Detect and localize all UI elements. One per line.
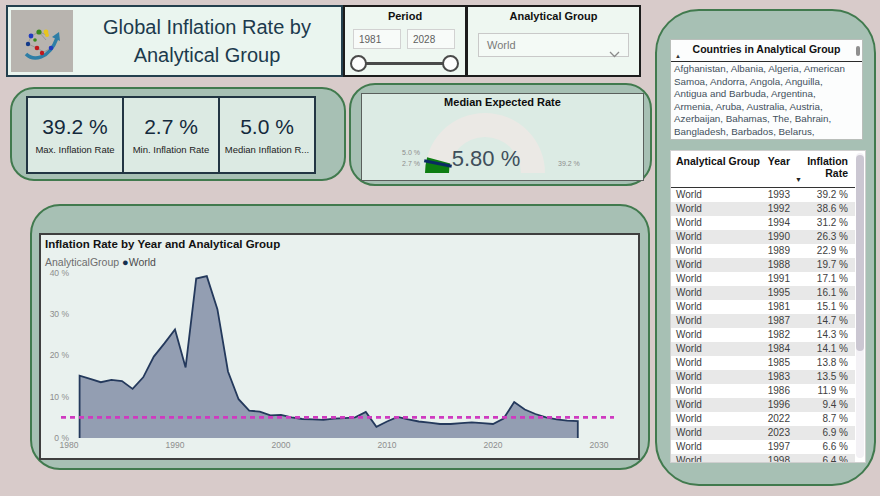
countries-header-rule [671,61,862,62]
table-row[interactable]: World20228.7 % [671,412,855,426]
cell-year: 1982 [747,329,790,340]
cell-rate: 16.1 % [790,287,848,298]
cell-group: World [676,189,702,200]
cell-year: 1990 [747,231,790,242]
cell-rate: 14.7 % [790,315,848,326]
cell-group: World [676,357,702,368]
table-row[interactable]: World198819.7 % [671,258,855,272]
sort-desc-icon[interactable]: ▼ [795,176,802,183]
cell-year: 1981 [747,301,790,312]
gauge-container: Median Expected Rate 5.0 % 2.7 % 39.2 % … [349,83,652,186]
svg-text:2000: 2000 [272,440,291,450]
cell-year: 1989 [747,245,790,256]
cell-rate: 9.4 % [790,399,848,410]
cell-group: World [676,399,702,410]
cell-year: 1992 [747,203,790,214]
svg-text:20 %: 20 % [50,350,70,360]
table-row[interactable]: World198214.3 % [671,328,855,342]
table-row[interactable]: World19976.6 % [671,440,855,454]
cell-year: 1984 [747,343,790,354]
table-row[interactable]: World198313.5 % [671,370,855,384]
table-row[interactable]: World199026.3 % [671,230,855,244]
gauge-card[interactable]: Median Expected Rate 5.0 % 2.7 % 39.2 % … [361,93,644,181]
svg-text:30 %: 30 % [50,309,70,319]
table-header[interactable]: Analytical Group Year Inflation Rate ▼ [671,151,855,188]
kpi-min-value: 2.7 % [144,115,198,139]
cell-rate: 38.6 % [790,203,848,214]
logo-image [11,10,73,72]
chart-plot-area[interactable]: 0 %10 %20 %30 %40 %198019902000201020202… [41,235,634,454]
column-header-year[interactable]: Year [747,155,790,167]
cell-group: World [676,315,702,326]
cell-rate: 31.2 % [790,217,848,228]
period-slider-track[interactable] [359,62,451,65]
table-row[interactable]: World198922.9 % [671,244,855,258]
period-end-input[interactable]: 2028 [407,29,455,49]
cell-rate: 22.9 % [790,245,848,256]
countries-scrollbar-thumb[interactable] [856,46,860,56]
period-start-input[interactable]: 1981 [353,29,401,49]
cell-rate: 15.1 % [790,301,848,312]
cell-year: 2023 [747,427,790,438]
cell-year: 1987 [747,315,790,326]
table-scrollbar-thumb[interactable] [856,155,864,351]
cell-group: World [676,371,702,382]
period-slicer: Period 1981 2028 [343,5,467,77]
chevron-down-icon[interactable] [609,43,620,66]
chart-container: Inflation Rate by Year and Analytical Gr… [30,204,650,470]
gauge-target-label: 5.0 % [390,149,420,156]
cell-group: World [676,441,702,452]
cell-year: 1986 [747,385,790,396]
kpi-min-inflation[interactable]: 2.7 % Min. Inflation Rate [122,96,220,174]
kpi-container: 39.2 % Max. Inflation Rate 2.7 % Min. In… [10,87,346,181]
table-row[interactable]: World19969.4 % [671,398,855,412]
table-row[interactable]: World19986.4 % [671,454,855,463]
table-row[interactable]: World199117.1 % [671,272,855,286]
table-row[interactable]: World198513.8 % [671,356,855,370]
header-title-card: Global Inflation Rate by Analytical Grou… [6,5,343,77]
cell-year: 1997 [747,441,790,452]
cell-group: World [676,329,702,340]
gauge-min-label: 2.7 % [390,160,420,167]
table-row[interactable]: World198611.9 % [671,384,855,398]
cell-year: 1998 [747,455,790,463]
kpi-max-label: Max. Inflation Rate [35,144,114,155]
cell-group: World [676,273,702,284]
cell-rate: 6.4 % [790,455,848,463]
table-row[interactable]: World198414.1 % [671,342,855,356]
inflation-table-card: Analytical Group Year Inflation Rate ▼ W… [670,150,866,463]
cell-rate: 39.2 % [790,189,848,200]
analytical-group-dropdown[interactable]: World [478,33,629,57]
kpi-median-value: 5.0 % [240,115,294,139]
cell-group: World [676,203,702,214]
kpi-max-inflation[interactable]: 39.2 % Max. Inflation Rate [26,96,124,174]
table-row[interactable]: World198115.1 % [671,300,855,314]
svg-text:2010: 2010 [378,440,397,450]
table-row[interactable]: World199238.6 % [671,202,855,216]
table-row[interactable]: World199431.2 % [671,216,855,230]
cell-year: 1988 [747,259,790,270]
analytical-group-slicer: Analytical Group World [466,5,641,77]
table-row[interactable]: World199516.1 % [671,286,855,300]
cell-year: 1994 [747,217,790,228]
sort-asc-icon[interactable]: ▲ [675,53,681,59]
cell-rate: 13.8 % [790,357,848,368]
svg-text:40 %: 40 % [50,268,70,278]
table-row[interactable]: World199339.2 % [671,188,855,202]
svg-text:2020: 2020 [484,440,503,450]
table-scrollbar[interactable] [856,153,864,458]
period-slider-handle-left[interactable] [350,55,367,72]
cell-rate: 14.1 % [790,343,848,354]
cell-group: World [676,217,702,228]
analytical-group-selected: World [487,39,516,51]
period-label: Period [345,10,465,22]
cell-group: World [676,259,702,270]
cell-rate: 13.5 % [790,371,848,382]
table-row[interactable]: World198714.7 % [671,314,855,328]
countries-card[interactable]: Countries in Analytical Group ▲ Afghanis… [670,39,863,140]
cell-group: World [676,427,702,438]
period-slider-handle-right[interactable] [442,55,459,72]
table-row[interactable]: World20236.9 % [671,426,855,440]
kpi-median-inflation[interactable]: 5.0 % Median Inflation R... [218,96,316,174]
table-body: World199339.2 %World199238.6 %World19943… [671,188,855,463]
